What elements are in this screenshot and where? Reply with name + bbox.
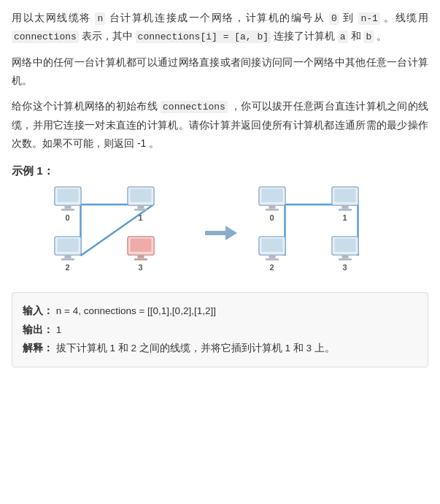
node-before-0-label: 0 <box>65 213 69 222</box>
node-before-3: 3 <box>122 235 160 273</box>
svg-rect-19 <box>205 231 227 235</box>
code-connections: connections <box>12 31 79 43</box>
code-connections2: connections <box>161 101 228 113</box>
desc-para1: 用以太网线缆将 n 台计算机连接成一个网络，计算机的编号从 0 到 n-1 。线… <box>12 9 428 46</box>
svg-rect-27 <box>265 209 278 211</box>
svg-rect-34 <box>269 255 275 259</box>
svg-rect-16 <box>130 238 151 251</box>
description-block: 用以太网线缆将 n 台计算机连接成一个网络，计算机的编号从 0 到 n-1 。线… <box>12 9 428 153</box>
svg-rect-38 <box>341 255 348 259</box>
node-before-2-label: 2 <box>65 263 69 272</box>
node-after-2-label: 2 <box>269 263 274 272</box>
svg-marker-20 <box>225 226 237 240</box>
page-container: 用以太网线缆将 n 台计算机连接成一个网络，计算机的编号从 0 到 n-1 。线… <box>0 0 440 379</box>
svg-rect-12 <box>57 238 78 251</box>
svg-rect-25 <box>261 188 282 202</box>
example-explain-line: 解释： 拔下计算机 1 和 2 之间的线缆，并将它插到计算机 1 和 3 上。 <box>23 339 417 358</box>
svg-rect-33 <box>261 238 282 251</box>
svg-rect-4 <box>57 188 78 202</box>
node-after-2: 2 <box>253 235 291 273</box>
example-title: 示例 1： <box>12 164 428 178</box>
diagram-before: 0 1 2 <box>42 186 195 280</box>
svg-rect-9 <box>137 205 144 209</box>
desc-para3: 给你这个计算机网络的初始布线 connections ，你可以拔开任意两台直连计… <box>12 97 428 153</box>
example-box: 输入： n = 4, connections = [[0,1],[0,2],[1… <box>12 292 428 367</box>
svg-rect-39 <box>338 259 351 261</box>
output-label: 输出： <box>23 324 53 335</box>
arrow-icon <box>204 221 237 245</box>
input-value: n = 4, connections = [[0,1],[0,2],[1,2]] <box>56 305 216 316</box>
svg-rect-30 <box>341 205 348 209</box>
code-b: b <box>363 31 374 43</box>
node-before-1-label: 1 <box>138 213 142 222</box>
svg-rect-8 <box>130 188 151 202</box>
svg-rect-18 <box>134 259 147 261</box>
svg-rect-13 <box>64 255 71 259</box>
node-after-1: 1 <box>326 186 364 224</box>
arrow-area <box>202 221 239 245</box>
node-after-3: 3 <box>326 235 364 273</box>
svg-rect-37 <box>334 238 355 251</box>
explain-label: 解释： <box>23 343 53 354</box>
svg-rect-10 <box>134 209 147 211</box>
diagram-after: 0 1 2 <box>246 186 399 280</box>
code-0: 0 <box>329 12 339 25</box>
node-before-0: 0 <box>49 186 87 224</box>
node-after-3-label: 3 <box>342 263 347 272</box>
svg-rect-14 <box>61 259 74 261</box>
svg-rect-5 <box>64 205 71 209</box>
code-connections-i: connections[i] = [a, b] <box>136 31 271 43</box>
node-after-1-label: 1 <box>342 213 347 222</box>
node-before-1: 1 <box>122 186 160 224</box>
svg-rect-6 <box>61 209 74 211</box>
svg-rect-17 <box>137 255 144 259</box>
node-before-3-label: 3 <box>138 263 142 272</box>
svg-rect-31 <box>338 209 351 211</box>
input-label: 输入： <box>23 305 53 316</box>
example-input-line: 输入： n = 4, connections = [[0,1],[0,2],[1… <box>23 302 417 321</box>
node-before-2: 2 <box>49 235 87 273</box>
example-output-line: 输出： 1 <box>23 321 417 340</box>
svg-rect-29 <box>334 188 355 202</box>
output-value: 1 <box>56 324 62 335</box>
code-a: a <box>338 31 348 43</box>
svg-rect-35 <box>265 259 278 261</box>
desc-para2: 网络中的任何一台计算机都可以通过网络直接或者间接访问同一个网络中其他任意一台计算… <box>12 53 428 90</box>
code-n: n <box>95 12 105 25</box>
node-after-0-label: 0 <box>269 213 274 222</box>
code-n1: n-1 <box>358 12 379 25</box>
svg-rect-26 <box>269 205 275 209</box>
node-after-0: 0 <box>253 186 291 224</box>
explain-value: 拔下计算机 1 和 2 之间的线缆，并将它插到计算机 1 和 3 上。 <box>56 343 335 354</box>
diagram-area: 0 1 2 <box>12 186 428 280</box>
